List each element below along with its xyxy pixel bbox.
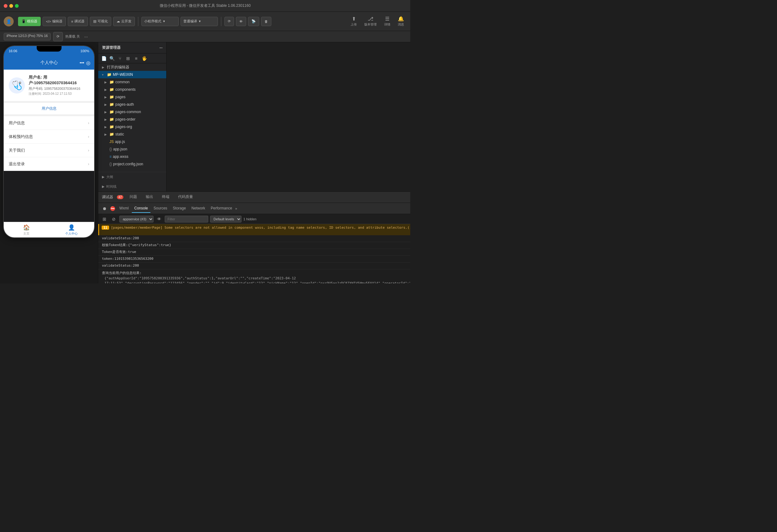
folder-pages-order[interactable]: ▶ 📁 pages-order: [98, 116, 166, 123]
detail-btn[interactable]: ☰ 详情: [382, 16, 393, 27]
levels-select[interactable]: Default levels: [210, 216, 241, 222]
chevron-icon: ▶: [104, 118, 108, 121]
folder-pages-auth[interactable]: ▶ 📁 pages-auth: [98, 101, 166, 108]
preview-mode-button[interactable]: 👁: [236, 17, 246, 26]
devtools-record-icon[interactable]: ⏺: [101, 205, 108, 212]
editor-button[interactable]: </> 编辑器: [42, 17, 66, 26]
console-row-2: 校验Token结果:{"verifyStatus":true} authUtil…: [98, 242, 410, 249]
chevron-right-icon: ▶: [102, 66, 106, 69]
main-layout: 16:06 100% 个人中心 ••• ◎ 🩺 用户名:: [0, 42, 410, 284]
root-folder-item[interactable]: ▾ 📁 MP-WEIXIN: [98, 71, 166, 78]
version-btn[interactable]: ⎇ 版本管理: [362, 16, 379, 27]
timeline-item[interactable]: ▶ 时间线: [98, 182, 166, 191]
explorer-more-icon[interactable]: ···: [159, 46, 162, 50]
devtools-title: 调试器: [102, 195, 113, 200]
tab-quality[interactable]: 代码质量: [176, 192, 196, 202]
refresh-button[interactable]: ⟳: [224, 17, 234, 26]
device-select[interactable]: iPhone 12/13 (Pro) 75% 16: [4, 33, 51, 40]
visual-button[interactable]: ▤ 可视化: [90, 17, 111, 26]
tab-more-icon[interactable]: »: [235, 207, 237, 210]
arrow-icon-2: ›: [88, 134, 89, 139]
window-title: 微信小程序应用 - 微信开发者工具 Stable 1.06.2301160: [160, 3, 251, 8]
console-toolbar: ⊞ ⊘ appservice (#3) 👁 Default levels 1 h…: [98, 214, 410, 224]
context-select[interactable]: appservice (#3): [119, 216, 153, 222]
phone-status-bar: 16:06 100%: [4, 46, 94, 56]
tab-issues[interactable]: 问题: [127, 192, 139, 202]
visual-icon: ▤: [93, 19, 96, 23]
file-app-wxss[interactable]: ▶ ≡ app.wxss: [98, 153, 166, 161]
chevron-icon: ▶: [104, 110, 108, 114]
mode-dropdown[interactable]: 小程序模式 ▾: [141, 17, 179, 26]
folder-static[interactable]: ▶ 📁 static: [98, 130, 166, 138]
folder-pages[interactable]: ▶ 📁 pages: [98, 93, 166, 101]
chevron-icon: ▶: [104, 88, 108, 91]
cloud-button[interactable]: ☁ 云开发: [113, 17, 135, 26]
explorer-header: 资源管理器 ···: [98, 42, 166, 54]
console-multiline-row: 查询当前用户的信息结果: memberPage.vue:192 {"authAp…: [98, 270, 410, 284]
compile-dropdown[interactable]: 普通编译 ▾: [181, 17, 218, 26]
window-controls[interactable]: [4, 4, 19, 8]
menu-item-logout[interactable]: 退出登录 ›: [4, 157, 94, 171]
version-icon: ⎇: [368, 16, 373, 22]
debug-icon: ≡: [71, 20, 73, 23]
upload-btn[interactable]: ⬆ 上传: [348, 16, 359, 27]
filter-input[interactable]: [165, 216, 208, 222]
tab-wxml[interactable]: Wxml: [117, 204, 131, 213]
wxss-file-icon: ≡: [109, 154, 112, 159]
realtest-mode-button[interactable]: 📡: [248, 17, 259, 26]
chevron-down-icon-tree: ▾: [102, 73, 106, 77]
editor-area: [166, 42, 410, 191]
more-options-button[interactable]: ···: [82, 33, 90, 40]
detail-icon: ☰: [385, 16, 390, 22]
menu-item-userinfo[interactable]: 用户信息 ›: [4, 116, 94, 130]
collapse-icon[interactable]: ≡: [132, 55, 140, 62]
menu-item-appointment[interactable]: 体检预约信息 ›: [4, 130, 94, 143]
search-icon[interactable]: 🔍: [108, 55, 116, 62]
menu-item-about[interactable]: 关于我们 ›: [4, 143, 94, 157]
title-bar: 微信小程序应用 - 微信开发者工具 Stable 1.06.2301160: [0, 0, 410, 12]
simulate-button[interactable]: 📱 模拟器: [18, 17, 41, 26]
clearcache-button[interactable]: 🗑: [261, 17, 271, 26]
maximize-button[interactable]: [15, 4, 19, 8]
arrow-icon-4: ›: [88, 162, 89, 166]
tab-terminal[interactable]: 终端: [159, 192, 172, 202]
user-info-link[interactable]: 用户信息: [4, 103, 94, 116]
file-project-json[interactable]: ▶ {} project.config.json: [98, 161, 166, 168]
stethoscope-icon: 🩺: [11, 80, 22, 90]
tab-network[interactable]: Network: [189, 204, 208, 213]
tab-storage[interactable]: Storage: [170, 204, 188, 213]
eye-icon[interactable]: 👁: [155, 215, 163, 223]
devtools-clear-icon[interactable]: ⛔: [109, 205, 116, 212]
open-editors-item[interactable]: ▶ 打开的编辑器: [98, 64, 166, 71]
folder-pages-common[interactable]: ▶ 📁 pages-common: [98, 108, 166, 116]
tab-output[interactable]: 输出: [143, 192, 156, 202]
new-file-icon[interactable]: 📄: [100, 55, 108, 62]
avatar[interactable]: 👤: [4, 16, 14, 26]
minimize-button[interactable]: [9, 4, 13, 8]
profile-register-time: 注册时间: 2023-04-12 17:11:53: [29, 92, 89, 96]
close-button[interactable]: [4, 4, 7, 8]
folder-pages-org[interactable]: ▶ 📁 pages-org: [98, 123, 166, 130]
console-row-4: token:1101539813536563200 apiRequest.js:…: [98, 256, 410, 262]
split-icon[interactable]: ⊞: [124, 55, 132, 62]
chevron-timeline-icon: ▶: [102, 185, 104, 189]
folder-components[interactable]: ▶ 📁 components: [98, 86, 166, 93]
message-btn[interactable]: 🔔 消息: [395, 16, 407, 27]
clear-console-icon[interactable]: ⊘: [110, 215, 117, 223]
tab-console[interactable]: Console: [132, 204, 150, 213]
tab-sources[interactable]: Sources: [151, 204, 170, 213]
folder-icon-pages-common: 📁: [109, 110, 114, 114]
sidebar-toggle-icon[interactable]: ⊞: [101, 215, 108, 223]
debug-button[interactable]: ≡ 调试器: [68, 17, 88, 26]
source-control-icon[interactable]: ⑂: [116, 55, 124, 62]
file-app-json[interactable]: ▶ {} app.json: [98, 145, 166, 153]
outline-item[interactable]: ▶ 大纲: [98, 172, 166, 182]
folder-common[interactable]: ▶ 📁 common: [98, 78, 166, 86]
more-icon[interactable]: 🖐: [140, 55, 148, 62]
phone-header-dots[interactable]: ••• ◎: [80, 60, 91, 66]
hotreload-toggle[interactable]: 热重载 关: [65, 34, 80, 39]
file-app-js[interactable]: ▶ JS app.js: [98, 138, 166, 145]
hotreload-btn[interactable]: ⟳: [53, 32, 63, 41]
tab-performance[interactable]: Performance: [208, 204, 235, 213]
profile-userid: 用户号码: 1095758200370364416: [29, 86, 89, 91]
